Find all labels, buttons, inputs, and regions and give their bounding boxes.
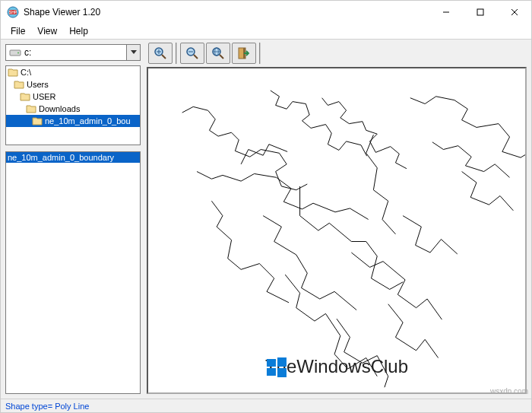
- zoom-in-button[interactable]: [148, 43, 173, 64]
- menu-help[interactable]: Help: [64, 24, 93, 38]
- folder-open-icon: [20, 92, 30, 101]
- content-area: c: C:\ Users USER Downloads: [1, 39, 531, 399]
- watermark: TheWindowsClub: [265, 356, 408, 377]
- map-canvas[interactable]: TheWindowsClub: [147, 67, 527, 394]
- statusbar: Shape type= Poly Line: [1, 399, 531, 412]
- svg-line-15: [194, 55, 198, 59]
- minimize-button[interactable]: [429, 1, 463, 24]
- shape-polyline: [148, 68, 525, 392]
- status-text: Shape type= Poly Line: [5, 402, 89, 411]
- folder-open-icon: [14, 80, 24, 89]
- svg-line-18: [220, 55, 223, 59]
- svg-marker-9: [131, 50, 137, 54]
- svg-text:SHP: SHP: [9, 10, 17, 14]
- file-list[interactable]: ne_10m_admin_0_boundary: [5, 151, 141, 394]
- credit-text: wsxdn.com: [490, 387, 528, 396]
- titlebar: SHP Shape Viewer 1.20: [1, 1, 531, 24]
- toolbar-divider: [176, 43, 177, 64]
- menu-file[interactable]: File: [5, 24, 30, 38]
- window-title: Shape Viewer 1.20: [24, 7, 429, 17]
- toolbar: [145, 40, 531, 67]
- main-panel: TheWindowsClub: [145, 40, 531, 399]
- tree-row[interactable]: Users: [6, 78, 140, 91]
- app-icon: SHP: [7, 6, 19, 18]
- menu-view[interactable]: View: [32, 24, 62, 38]
- svg-rect-23: [267, 359, 276, 367]
- svg-rect-25: [267, 368, 276, 376]
- tree-row[interactable]: C:\: [6, 66, 140, 78]
- tree-row-selected[interactable]: ne_10m_admin_0_bou: [6, 115, 140, 127]
- folder-open-icon: [26, 104, 36, 113]
- window-controls: [429, 1, 531, 24]
- windows-logo-icon: [265, 356, 288, 379]
- list-item-selected[interactable]: ne_10m_admin_0_boundary: [6, 152, 140, 163]
- app-window: SHP Shape Viewer 1.20 File View Help c: …: [0, 0, 532, 413]
- tree-row[interactable]: USER: [6, 91, 140, 103]
- tree-row[interactable]: Downloads: [6, 103, 140, 115]
- folder-tree[interactable]: C:\ Users USER Downloads ne_10m_admin_0_…: [5, 65, 141, 145]
- globe-zoom-icon: [211, 46, 226, 61]
- drive-icon: [9, 48, 21, 57]
- folder-open-icon: [8, 68, 18, 77]
- zoom-out-icon: [185, 46, 200, 61]
- menubar: File View Help: [1, 24, 531, 39]
- sidebar: c: C:\ Users USER Downloads: [1, 40, 145, 399]
- folder-open-icon: [32, 116, 43, 125]
- exit-icon: [236, 46, 252, 61]
- zoom-in-icon: [153, 46, 168, 61]
- svg-rect-24: [277, 357, 287, 367]
- zoom-out-button[interactable]: [180, 43, 204, 64]
- toolbar-divider: [259, 43, 261, 64]
- svg-rect-4: [477, 9, 483, 15]
- zoom-extents-button[interactable]: [206, 43, 230, 64]
- drive-select[interactable]: c:: [5, 44, 141, 61]
- drive-label: c:: [24, 47, 31, 58]
- svg-line-11: [162, 55, 166, 59]
- chevron-down-icon: [126, 45, 140, 60]
- maximize-button[interactable]: [463, 1, 497, 24]
- svg-rect-26: [277, 368, 287, 377]
- exit-button[interactable]: [232, 43, 256, 64]
- close-button[interactable]: [497, 1, 531, 24]
- svg-point-8: [17, 52, 19, 54]
